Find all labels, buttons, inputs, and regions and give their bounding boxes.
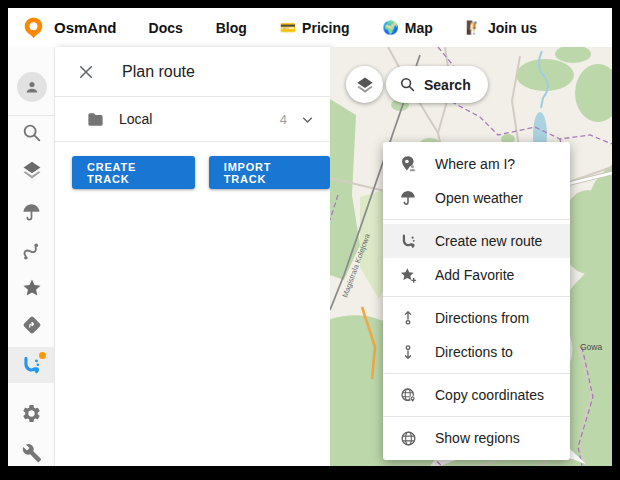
map-globe-icon: 🌍 bbox=[383, 20, 399, 35]
nav-blog[interactable]: Blog bbox=[216, 20, 247, 36]
folder-count: 4 bbox=[280, 112, 287, 127]
icon-sidebar bbox=[8, 47, 55, 466]
folder-icon bbox=[86, 110, 105, 129]
settings-gear-icon bbox=[21, 403, 42, 424]
sidebar-item-weather[interactable] bbox=[8, 197, 55, 227]
favorites-star-icon bbox=[21, 277, 43, 299]
chevron-down-icon[interactable] bbox=[299, 111, 316, 128]
menu-item-copy-coordinates[interactable]: Copy coordinates bbox=[383, 378, 570, 412]
menu-item-show-regions[interactable]: Show regions bbox=[383, 421, 570, 455]
menu-label: Where am I? bbox=[435, 156, 515, 172]
create-track-button[interactable]: CREATE TRACK bbox=[72, 156, 195, 189]
route-icon bbox=[398, 232, 418, 251]
globe-pin-icon bbox=[398, 386, 418, 405]
menu-divider bbox=[383, 296, 570, 297]
menu-label: Add Favorite bbox=[435, 267, 514, 283]
star-plus-icon bbox=[398, 266, 418, 285]
osmand-logo[interactable]: OsmAnd bbox=[22, 16, 117, 39]
nav-join-us[interactable]: 🧗Join us bbox=[466, 20, 537, 36]
menu-divider bbox=[383, 416, 570, 417]
sidebar-item-navigation[interactable] bbox=[8, 310, 55, 340]
menu-divider bbox=[383, 219, 570, 220]
nav-map[interactable]: 🌍Map bbox=[383, 20, 433, 36]
sidebar-item-plan-route[interactable] bbox=[8, 350, 55, 380]
umbrella-icon bbox=[398, 189, 418, 207]
pricing-card-icon: 💳 bbox=[280, 20, 296, 35]
plan-route-panel: Plan route Local 4 CREATE TRACK IMPORT T… bbox=[55, 47, 330, 466]
nav-pricing[interactable]: 💳Pricing bbox=[280, 20, 350, 36]
menu-item-directions-from[interactable]: Directions from bbox=[383, 301, 570, 335]
map-search-button[interactable]: Search bbox=[386, 66, 488, 103]
osmand-pin-icon bbox=[22, 16, 45, 39]
top-navbar: OsmAnd Docs Blog 💳Pricing 🌍Map 🧗Join us bbox=[8, 8, 612, 47]
sidebar-item-tracks[interactable] bbox=[8, 237, 55, 267]
folder-name: Local bbox=[119, 111, 280, 127]
account-icon bbox=[17, 72, 47, 102]
sidebar-item-favorites[interactable] bbox=[8, 273, 55, 303]
import-track-button[interactable]: IMPORT TRACK bbox=[209, 156, 330, 189]
layers-icon bbox=[21, 159, 43, 181]
menu-item-open-weather[interactable]: Open weather bbox=[383, 181, 570, 215]
map-layers-button[interactable] bbox=[346, 66, 383, 103]
menu-label: Copy coordinates bbox=[435, 387, 544, 403]
plan-route-badge-dot bbox=[39, 352, 46, 359]
menu-label: Directions to bbox=[435, 344, 513, 360]
menu-item-directions-to[interactable]: Directions to bbox=[383, 335, 570, 369]
close-icon[interactable] bbox=[74, 60, 98, 84]
search-icon bbox=[399, 76, 416, 93]
page-title: Plan route bbox=[122, 63, 195, 81]
search-icon bbox=[21, 122, 43, 144]
join-us-icon: 🧗 bbox=[466, 20, 482, 35]
menu-label: Directions from bbox=[435, 310, 529, 326]
place-label: Gowa bbox=[580, 342, 602, 352]
globe-icon bbox=[398, 429, 418, 448]
sidebar-item-layers[interactable] bbox=[8, 155, 55, 185]
menu-item-add-favorite[interactable]: Add Favorite bbox=[383, 258, 570, 292]
tracks-icon bbox=[21, 241, 43, 263]
navigation-icon bbox=[21, 314, 43, 336]
arrow-up-circle-icon bbox=[398, 309, 418, 327]
sidebar-item-account[interactable] bbox=[8, 72, 55, 102]
map-search-label: Search bbox=[424, 77, 471, 93]
sidebar-item-search[interactable] bbox=[8, 118, 55, 148]
menu-label: Open weather bbox=[435, 190, 523, 206]
panel-header: Plan route bbox=[55, 47, 330, 97]
sidebar-divider bbox=[8, 115, 55, 116]
menu-item-create-new-route[interactable]: Create new route bbox=[383, 224, 570, 258]
menu-label: Create new route bbox=[435, 233, 542, 249]
sidebar-item-settings[interactable] bbox=[8, 398, 55, 428]
menu-divider bbox=[383, 373, 570, 374]
arrow-down-circle-icon bbox=[398, 343, 418, 361]
map-context-menu: Where am I? Open weather Create new rout… bbox=[383, 142, 570, 460]
brand-name: OsmAnd bbox=[54, 19, 117, 36]
track-buttons-row: CREATE TRACK IMPORT TRACK bbox=[55, 142, 330, 189]
weather-umbrella-icon bbox=[21, 202, 42, 223]
sidebar-item-tools[interactable] bbox=[8, 438, 55, 468]
menu-label: Show regions bbox=[435, 430, 520, 446]
tools-wrench-icon bbox=[22, 443, 42, 463]
person-pin-icon bbox=[398, 155, 418, 174]
folder-row-local[interactable]: Local 4 bbox=[55, 97, 330, 142]
menu-item-where-am-i[interactable]: Where am I? bbox=[383, 147, 570, 181]
layers-icon bbox=[355, 75, 375, 95]
nav-docs[interactable]: Docs bbox=[149, 20, 183, 36]
